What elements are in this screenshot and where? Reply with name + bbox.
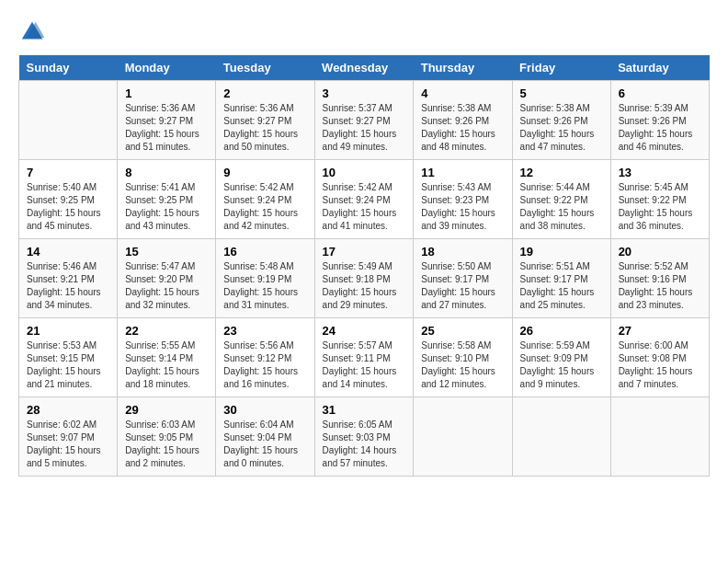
day-number: 19	[520, 245, 603, 259]
day-number: 6	[619, 86, 701, 100]
header-cell-tuesday: Tuesday	[216, 55, 314, 81]
day-info: Sunrise: 5:57 AM Sunset: 9:11 PM Dayligh…	[323, 339, 406, 391]
day-info: Sunrise: 5:56 AM Sunset: 9:12 PM Dayligh…	[223, 339, 306, 391]
day-cell: 9Sunrise: 5:42 AM Sunset: 9:24 PM Daylig…	[216, 160, 314, 239]
day-info: Sunrise: 6:02 AM Sunset: 9:07 PM Dayligh…	[27, 419, 109, 470]
header-cell-monday: Monday	[118, 55, 216, 81]
day-info: Sunrise: 5:43 AM Sunset: 9:23 PM Dayligh…	[421, 181, 504, 233]
day-cell: 2Sunrise: 5:36 AM Sunset: 9:27 PM Daylig…	[216, 81, 314, 160]
day-number: 16	[223, 245, 306, 259]
header-cell-thursday: Thursday	[414, 55, 512, 81]
day-number: 25	[421, 324, 504, 338]
day-info: Sunrise: 5:46 AM Sunset: 9:21 PM Dayligh…	[27, 260, 109, 312]
day-cell	[512, 397, 610, 477]
day-cell: 28Sunrise: 6:02 AM Sunset: 9:07 PM Dayli…	[19, 397, 118, 477]
day-number: 29	[125, 403, 208, 417]
day-number: 13	[619, 166, 701, 179]
day-info: Sunrise: 5:38 AM Sunset: 9:26 PM Dayligh…	[520, 102, 603, 154]
day-cell: 22Sunrise: 5:55 AM Sunset: 9:14 PM Dayli…	[118, 318, 216, 397]
day-number: 26	[520, 324, 603, 338]
day-number: 14	[27, 245, 109, 259]
header-cell-sunday: Sunday	[19, 55, 118, 81]
day-info: Sunrise: 5:41 AM Sunset: 9:25 PM Dayligh…	[125, 181, 208, 233]
calendar-body: 1Sunrise: 5:36 AM Sunset: 9:27 PM Daylig…	[19, 81, 710, 477]
day-cell	[414, 397, 512, 477]
day-cell: 26Sunrise: 5:59 AM Sunset: 9:09 PM Dayli…	[512, 318, 610, 397]
day-cell: 16Sunrise: 5:48 AM Sunset: 9:19 PM Dayli…	[216, 239, 314, 318]
header-row: SundayMondayTuesdayWednesdayThursdayFrid…	[19, 55, 710, 81]
day-info: Sunrise: 5:55 AM Sunset: 9:14 PM Dayligh…	[125, 339, 208, 391]
day-cell: 19Sunrise: 5:51 AM Sunset: 9:17 PM Dayli…	[512, 239, 610, 318]
day-cell: 7Sunrise: 5:40 AM Sunset: 9:25 PM Daylig…	[19, 160, 118, 239]
day-info: Sunrise: 6:04 AM Sunset: 9:04 PM Dayligh…	[223, 419, 306, 470]
day-info: Sunrise: 5:39 AM Sunset: 9:26 PM Dayligh…	[619, 102, 701, 154]
week-row-1: 1Sunrise: 5:36 AM Sunset: 9:27 PM Daylig…	[19, 81, 710, 160]
header-cell-friday: Friday	[512, 55, 610, 81]
header-cell-saturday: Saturday	[610, 55, 709, 81]
day-number: 11	[421, 166, 504, 179]
calendar-header: SundayMondayTuesdayWednesdayThursdayFrid…	[19, 55, 710, 81]
week-row-4: 21Sunrise: 5:53 AM Sunset: 9:15 PM Dayli…	[19, 318, 710, 397]
day-info: Sunrise: 5:42 AM Sunset: 9:24 PM Dayligh…	[223, 181, 306, 233]
day-info: Sunrise: 6:00 AM Sunset: 9:08 PM Dayligh…	[619, 339, 701, 391]
day-cell: 10Sunrise: 5:42 AM Sunset: 9:24 PM Dayli…	[314, 160, 414, 239]
day-cell: 20Sunrise: 5:52 AM Sunset: 9:16 PM Dayli…	[610, 239, 709, 318]
logo-icon	[18, 18, 46, 46]
day-number: 18	[421, 245, 504, 259]
day-cell: 6Sunrise: 5:39 AM Sunset: 9:26 PM Daylig…	[610, 81, 709, 160]
header	[18, 18, 710, 46]
day-cell: 18Sunrise: 5:50 AM Sunset: 9:17 PM Dayli…	[414, 239, 512, 318]
day-cell: 14Sunrise: 5:46 AM Sunset: 9:21 PM Dayli…	[19, 239, 118, 318]
day-cell	[19, 81, 118, 160]
day-cell: 30Sunrise: 6:04 AM Sunset: 9:04 PM Dayli…	[216, 397, 314, 477]
day-cell: 27Sunrise: 6:00 AM Sunset: 9:08 PM Dayli…	[610, 318, 709, 397]
day-info: Sunrise: 5:44 AM Sunset: 9:22 PM Dayligh…	[520, 181, 603, 233]
day-number: 27	[619, 324, 701, 338]
day-number: 10	[323, 166, 406, 179]
day-number: 24	[323, 324, 406, 338]
week-row-2: 7Sunrise: 5:40 AM Sunset: 9:25 PM Daylig…	[19, 160, 710, 239]
day-number: 21	[27, 324, 109, 338]
day-number: 30	[223, 403, 306, 417]
day-info: Sunrise: 5:51 AM Sunset: 9:17 PM Dayligh…	[520, 260, 603, 312]
day-cell: 1Sunrise: 5:36 AM Sunset: 9:27 PM Daylig…	[118, 81, 216, 160]
day-number: 20	[619, 245, 701, 259]
week-row-5: 28Sunrise: 6:02 AM Sunset: 9:07 PM Dayli…	[19, 397, 710, 477]
day-number: 1	[125, 86, 208, 100]
day-info: Sunrise: 5:52 AM Sunset: 9:16 PM Dayligh…	[619, 260, 701, 312]
day-info: Sunrise: 5:36 AM Sunset: 9:27 PM Dayligh…	[125, 102, 208, 154]
day-info: Sunrise: 5:58 AM Sunset: 9:10 PM Dayligh…	[421, 339, 504, 391]
day-info: Sunrise: 5:59 AM Sunset: 9:09 PM Dayligh…	[520, 339, 603, 391]
day-info: Sunrise: 5:53 AM Sunset: 9:15 PM Dayligh…	[27, 339, 109, 391]
day-info: Sunrise: 5:40 AM Sunset: 9:25 PM Dayligh…	[27, 181, 109, 233]
day-cell: 13Sunrise: 5:45 AM Sunset: 9:22 PM Dayli…	[610, 160, 709, 239]
day-info: Sunrise: 5:50 AM Sunset: 9:17 PM Dayligh…	[421, 260, 504, 312]
day-number: 4	[421, 86, 504, 100]
logo	[18, 18, 51, 46]
day-cell	[610, 397, 709, 477]
day-number: 3	[323, 86, 406, 100]
day-cell: 24Sunrise: 5:57 AM Sunset: 9:11 PM Dayli…	[314, 318, 414, 397]
day-cell: 29Sunrise: 6:03 AM Sunset: 9:05 PM Dayli…	[118, 397, 216, 477]
day-info: Sunrise: 5:47 AM Sunset: 9:20 PM Dayligh…	[125, 260, 208, 312]
header-cell-wednesday: Wednesday	[314, 55, 414, 81]
calendar-table: SundayMondayTuesdayWednesdayThursdayFrid…	[18, 55, 710, 477]
day-cell: 5Sunrise: 5:38 AM Sunset: 9:26 PM Daylig…	[512, 81, 610, 160]
day-cell: 23Sunrise: 5:56 AM Sunset: 9:12 PM Dayli…	[216, 318, 314, 397]
day-info: Sunrise: 5:36 AM Sunset: 9:27 PM Dayligh…	[223, 102, 306, 154]
day-number: 31	[323, 403, 406, 417]
day-number: 23	[223, 324, 306, 338]
day-cell: 31Sunrise: 6:05 AM Sunset: 9:03 PM Dayli…	[314, 397, 414, 477]
day-cell: 17Sunrise: 5:49 AM Sunset: 9:18 PM Dayli…	[314, 239, 414, 318]
day-number: 5	[520, 86, 603, 100]
week-row-3: 14Sunrise: 5:46 AM Sunset: 9:21 PM Dayli…	[19, 239, 710, 318]
day-info: Sunrise: 5:38 AM Sunset: 9:26 PM Dayligh…	[421, 102, 504, 154]
day-info: Sunrise: 5:42 AM Sunset: 9:24 PM Dayligh…	[323, 181, 406, 233]
day-number: 28	[27, 403, 109, 417]
day-cell: 3Sunrise: 5:37 AM Sunset: 9:27 PM Daylig…	[314, 81, 414, 160]
day-cell: 25Sunrise: 5:58 AM Sunset: 9:10 PM Dayli…	[414, 318, 512, 397]
day-info: Sunrise: 6:05 AM Sunset: 9:03 PM Dayligh…	[323, 419, 406, 470]
day-cell: 12Sunrise: 5:44 AM Sunset: 9:22 PM Dayli…	[512, 160, 610, 239]
day-info: Sunrise: 5:45 AM Sunset: 9:22 PM Dayligh…	[619, 181, 701, 233]
day-cell: 15Sunrise: 5:47 AM Sunset: 9:20 PM Dayli…	[118, 239, 216, 318]
